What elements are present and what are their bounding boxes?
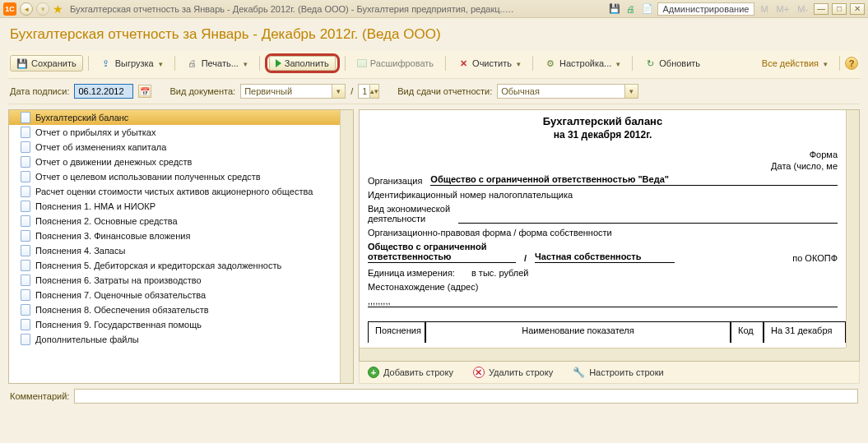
sign-date-input[interactable]: 06.12.2012 bbox=[74, 84, 133, 99]
tree-item[interactable]: Отчет о целевом использовании полученных… bbox=[9, 169, 353, 184]
document-icon bbox=[21, 141, 30, 153]
comment-input[interactable] bbox=[74, 389, 858, 404]
inn-label: Идентификационный номер налогоплательщик… bbox=[368, 188, 838, 201]
tree-item-label: Дополнительные файлы bbox=[35, 335, 139, 344]
close-window-button[interactable]: ✕ bbox=[850, 3, 865, 15]
report-tree[interactable]: Бухгалтерский балансОтчет о прибылях и у… bbox=[8, 109, 354, 384]
scrollbar-vertical[interactable] bbox=[340, 110, 353, 383]
row-tools-bar: + Добавить строку ✕ Удалить строку 🔧 Нас… bbox=[359, 362, 860, 384]
fill-button[interactable]: Заполнить bbox=[269, 56, 336, 71]
document-icon bbox=[21, 319, 30, 330]
tree-item[interactable]: Пояснения 4. Запасы bbox=[9, 243, 353, 258]
tree-item[interactable]: Пояснения 7. Оценочные обязательства bbox=[9, 288, 353, 302]
plus-icon: + bbox=[368, 367, 379, 378]
tree-item-label: Пояснения 9. Государственная помощь bbox=[35, 320, 202, 330]
tree-item[interactable]: Отчет о прибылях и убытках bbox=[9, 125, 353, 140]
tree-item-label: Отчет об изменениях капитала bbox=[35, 142, 166, 152]
refresh-label: Обновить bbox=[659, 58, 700, 68]
tree-item[interactable]: Пояснения 5. Дебиторская и кредиторская … bbox=[9, 258, 353, 273]
help-button[interactable]: ? bbox=[845, 57, 858, 70]
document-icon bbox=[21, 245, 30, 256]
table-header-row: Пояснения Наименование показателя Код На… bbox=[368, 321, 846, 343]
configure-rows-button[interactable]: 🔧 Настроить строки bbox=[566, 365, 671, 380]
tree-item-label: Пояснения 8. Обеспечения обязательств bbox=[35, 305, 209, 315]
upload-icon: ⇪ bbox=[100, 58, 112, 69]
content-split: Бухгалтерский балансОтчет о прибылях и у… bbox=[8, 104, 860, 384]
clear-label: Очистить bbox=[472, 58, 512, 68]
nav-back-button[interactable]: ◂ bbox=[20, 2, 33, 16]
fill-label: Заполнить bbox=[285, 58, 329, 68]
delivery-combo[interactable]: Обычная ▾ bbox=[497, 84, 638, 99]
calc-mplus[interactable]: M+ bbox=[774, 4, 792, 14]
settings-button[interactable]: ⚙ Настройка... bbox=[538, 55, 627, 72]
print-icon: 🖨 bbox=[187, 58, 198, 69]
tree-item[interactable]: Расчет оценки стоимости чистых активов а… bbox=[9, 184, 353, 199]
legal-sep: / bbox=[524, 253, 527, 263]
delete-row-label: Удалить строку bbox=[489, 367, 553, 377]
tree-item[interactable]: Отчет об изменениях капитала bbox=[9, 140, 353, 155]
wrench-icon: 🔧 bbox=[573, 367, 585, 378]
maximize-button[interactable]: □ bbox=[832, 3, 847, 15]
save-label: Сохранить bbox=[31, 58, 77, 68]
chevron-down-icon: ▾ bbox=[624, 85, 638, 98]
unit-value: в тыс. рублей bbox=[471, 268, 529, 278]
grid-icon bbox=[357, 59, 367, 67]
doc-type-combo[interactable]: Первичный ▾ bbox=[240, 84, 346, 99]
print-title-icon[interactable]: 🖨 bbox=[624, 2, 638, 16]
decode-label: Расшифровать bbox=[370, 58, 434, 68]
sign-date-label: Дата подписи: bbox=[10, 86, 69, 96]
tree-item-label: Пояснения 7. Оценочные обязательства bbox=[35, 290, 206, 300]
scrollbar-vertical[interactable] bbox=[846, 110, 859, 348]
report-preview: Бухгалтерский баланс на 31 декабря 2012г… bbox=[359, 109, 860, 362]
play-icon bbox=[276, 59, 281, 67]
clear-button[interactable]: ✕ Очистить bbox=[451, 55, 527, 72]
addr-value: ,,,,,,,,, bbox=[368, 296, 838, 307]
delete-row-button[interactable]: ✕ Удалить строку bbox=[466, 365, 559, 380]
preview-content[interactable]: Бухгалтерский баланс на 31 декабря 2012г… bbox=[360, 110, 846, 348]
admin-link[interactable]: Администрирование bbox=[657, 2, 755, 16]
tree-item[interactable]: Пояснения 6. Затраты на производство bbox=[9, 273, 353, 288]
configure-rows-label: Настроить строки bbox=[589, 367, 664, 377]
preview-subtitle: на 31 декабря 2012г. bbox=[368, 127, 838, 149]
unit-label: Единица измерения: bbox=[368, 268, 455, 278]
document-icon bbox=[21, 215, 30, 227]
calc-m[interactable]: M bbox=[758, 4, 770, 14]
tree-item-label: Расчет оценки стоимости чистых активов а… bbox=[35, 187, 313, 196]
decode-button[interactable]: Расшифровать bbox=[350, 56, 440, 71]
separator bbox=[632, 56, 633, 71]
add-row-button[interactable]: + Добавить строку bbox=[361, 365, 460, 380]
save-button[interactable]: 💾 Сохранить bbox=[10, 55, 83, 72]
document-icon bbox=[21, 230, 30, 242]
chevron-down-icon bbox=[242, 58, 248, 68]
tree-item-label: Пояснения 6. Затраты на производство bbox=[35, 275, 202, 285]
tree-item[interactable]: Пояснения 8. Обеспечения обязательств bbox=[9, 302, 353, 317]
revision-spinner[interactable]: 1 ▴▾ bbox=[358, 84, 379, 99]
scrollbar-horizontal[interactable] bbox=[360, 348, 846, 361]
minimize-button[interactable]: — bbox=[814, 3, 829, 15]
doc-title-icon[interactable]: 📄 bbox=[641, 2, 654, 16]
x-icon: ✕ bbox=[473, 367, 485, 378]
separator bbox=[839, 56, 840, 71]
chevron-down-icon bbox=[157, 58, 163, 68]
save-title-icon[interactable]: 💾 bbox=[608, 2, 621, 16]
calendar-icon[interactable]: 📅 bbox=[138, 85, 151, 98]
favorite-icon[interactable]: ★ bbox=[53, 2, 63, 16]
calc-mminus[interactable]: M- bbox=[795, 4, 810, 14]
nav-fwd-button[interactable]: ▾ bbox=[36, 2, 49, 16]
tree-item[interactable]: Пояснения 1. НМА и НИОКР bbox=[9, 199, 353, 214]
col-indicator-name: Наименование показателя bbox=[425, 321, 731, 343]
tree-item[interactable]: Отчет о движении денежных средств bbox=[9, 155, 353, 169]
tree-item[interactable]: Пояснения 2. Основные средства bbox=[9, 214, 353, 228]
spinner-icon: ▴▾ bbox=[369, 85, 378, 98]
print-button[interactable]: 🖨 Печать... bbox=[180, 55, 254, 72]
tree-item[interactable]: Дополнительные файлы bbox=[9, 332, 353, 347]
upload-button[interactable]: ⇪ Выгрузка bbox=[94, 55, 169, 72]
tree-item[interactable]: Бухгалтерский баланс bbox=[9, 110, 353, 125]
preview-date-header: Дата (число, ме bbox=[368, 160, 838, 172]
all-actions-button[interactable]: Все действия bbox=[755, 56, 834, 71]
org-value: Общество с ограниченной ответственностью… bbox=[430, 174, 838, 186]
refresh-button[interactable]: ↻ Обновить bbox=[638, 55, 707, 72]
tree-item[interactable]: Пояснения 9. Государственная помощь bbox=[9, 317, 353, 332]
eco-label: Вид экономической деятельности bbox=[368, 204, 450, 224]
tree-item[interactable]: Пояснения 3. Финансовые вложения bbox=[9, 228, 353, 243]
